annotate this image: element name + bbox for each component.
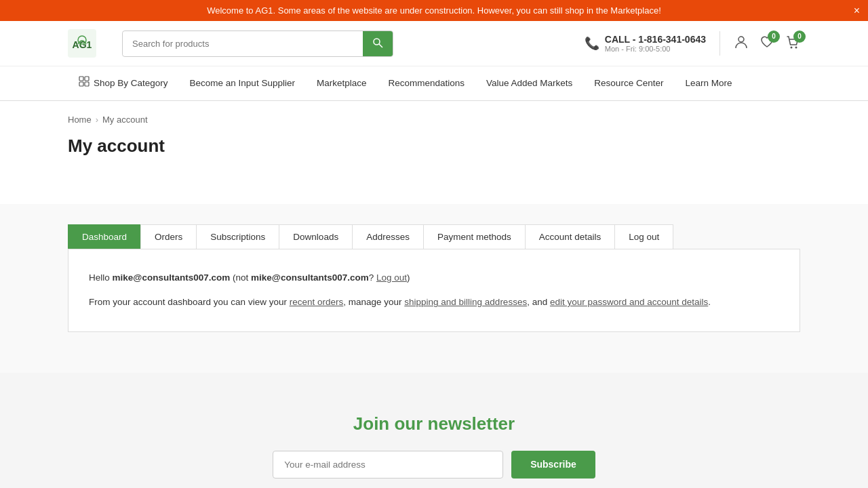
svg-line-4 xyxy=(379,44,382,47)
logout-link[interactable]: Log out xyxy=(376,272,407,283)
breadcrumb-separator: › xyxy=(96,115,98,125)
search-input[interactable] xyxy=(123,33,363,55)
billing-addresses-link[interactable]: shipping and billing addresses xyxy=(404,297,527,307)
nav-recommendations-label: Recommendations xyxy=(388,78,465,88)
tab-account-details[interactable]: Account details xyxy=(525,224,616,249)
svg-point-7 xyxy=(795,46,797,48)
svg-rect-9 xyxy=(85,77,89,81)
edit-account-link[interactable]: edit your password and account details xyxy=(550,297,708,307)
email-input[interactable] xyxy=(273,451,503,479)
cart-button[interactable]: 0 xyxy=(785,35,800,53)
newsletter-form: Subscribe xyxy=(68,451,800,479)
nav-value-label: Value Added Markets xyxy=(486,78,572,88)
subscribe-button[interactable]: Subscribe xyxy=(511,451,595,479)
svg-point-6 xyxy=(791,46,793,48)
svg-rect-11 xyxy=(85,82,89,86)
nav-value-added[interactable]: Value Added Markets xyxy=(475,68,583,99)
tab-subscriptions[interactable]: Subscriptions xyxy=(196,224,279,249)
phone-icon: 📞 xyxy=(585,36,599,51)
wishlist-badge: 0 xyxy=(768,30,780,43)
svg-point-3 xyxy=(374,39,380,45)
hello-text: Hello xyxy=(89,272,113,283)
header-icons: 0 0 xyxy=(734,35,800,53)
hello-paragraph: Hello mike@consultants007.com (not mike@… xyxy=(89,270,779,286)
nav-learn-more[interactable]: Learn More xyxy=(674,68,743,99)
phone-number: CALL - 1-816-341-0643 xyxy=(605,34,706,45)
search-icon xyxy=(372,37,383,48)
banner-text: Welcome to AG1. Some areas of the websit… xyxy=(207,5,661,16)
nav-shop-label: Shop By Category xyxy=(94,78,168,88)
announcement-banner: Welcome to AG1. Some areas of the websit… xyxy=(0,0,868,21)
user-icon xyxy=(734,35,749,49)
account-button[interactable] xyxy=(734,35,749,53)
account-tabs: Dashboard Orders Subscriptions Downloads… xyxy=(68,224,800,249)
svg-rect-8 xyxy=(79,77,83,81)
search-bar xyxy=(122,30,393,57)
account-section: Dashboard Orders Subscriptions Downloads… xyxy=(0,204,868,373)
nav-shop-by-category[interactable]: Shop By Category xyxy=(68,66,179,100)
description-paragraph: From your account dashboard you can view… xyxy=(89,294,779,310)
logo-link[interactable]: AG1 xyxy=(68,29,108,58)
desc-middle: , manage your xyxy=(343,297,404,307)
tab-dashboard[interactable]: Dashboard xyxy=(68,224,141,249)
tab-payment-methods[interactable]: Payment methods xyxy=(423,224,526,249)
svg-rect-10 xyxy=(79,82,83,86)
nav-recommendations[interactable]: Recommendations xyxy=(377,68,475,99)
dashboard-content: Hello mike@consultants007.com (not mike@… xyxy=(68,249,800,332)
nav-resource-label: Resource Center xyxy=(594,78,663,88)
phone-info: 📞 CALL - 1-816-341-0643 Mon - Fri: 9:00-… xyxy=(585,34,706,53)
user-email: mike@consultants007.com xyxy=(113,272,231,283)
tab-downloads[interactable]: Downloads xyxy=(279,224,353,249)
nav-become-supplier[interactable]: Become an Input Supplier xyxy=(179,68,306,99)
phone-hours: Mon - Fri: 9:00-5:00 xyxy=(605,45,706,53)
tab-orders[interactable]: Orders xyxy=(140,224,197,249)
nav-marketplace[interactable]: Marketplace xyxy=(306,68,378,99)
grid-icon xyxy=(79,76,90,89)
desc-end: . xyxy=(708,297,711,307)
banner-close-button[interactable]: × xyxy=(854,5,860,17)
newsletter-title: Join our newsletter xyxy=(68,413,800,434)
newsletter-section: Join our newsletter Subscribe I accept t… xyxy=(0,373,868,488)
wishlist-button[interactable]: 0 xyxy=(760,35,774,53)
tab-addresses[interactable]: Addresses xyxy=(352,224,424,249)
recent-orders-link[interactable]: recent orders xyxy=(290,297,344,307)
main-nav: Shop By Category Become an Input Supplie… xyxy=(0,66,868,101)
desc-and: , and xyxy=(527,297,550,307)
site-header: AG1 📞 CALL - 1-816-341-0643 Mon - Fri: 9… xyxy=(0,21,868,66)
tab-log-out[interactable]: Log out xyxy=(614,224,673,249)
user-email2: mike@consultants007.com xyxy=(251,272,369,283)
close-paren: ) xyxy=(407,272,410,283)
not-text: (not xyxy=(230,272,251,283)
breadcrumb: Home › My account xyxy=(68,115,800,125)
page-title: My account xyxy=(68,136,800,157)
header-right: 📞 CALL - 1-816-341-0643 Mon - Fri: 9:00-… xyxy=(585,31,800,56)
svg-point-5 xyxy=(738,37,744,42)
nav-learn-label: Learn More xyxy=(685,78,732,88)
main-content: Home › My account My account xyxy=(0,101,868,204)
desc-start: From your account dashboard you can view… xyxy=(89,297,290,307)
search-button[interactable] xyxy=(363,31,393,56)
divider xyxy=(719,31,720,56)
cart-badge: 0 xyxy=(793,30,806,43)
nav-resource-center[interactable]: Resource Center xyxy=(583,68,674,99)
nav-supplier-label: Become an Input Supplier xyxy=(190,78,295,88)
breadcrumb-home-link[interactable]: Home xyxy=(68,115,92,125)
logo-icon: AG1 xyxy=(68,29,96,58)
nav-marketplace-label: Marketplace xyxy=(317,78,367,88)
breadcrumb-current: My account xyxy=(102,115,147,125)
